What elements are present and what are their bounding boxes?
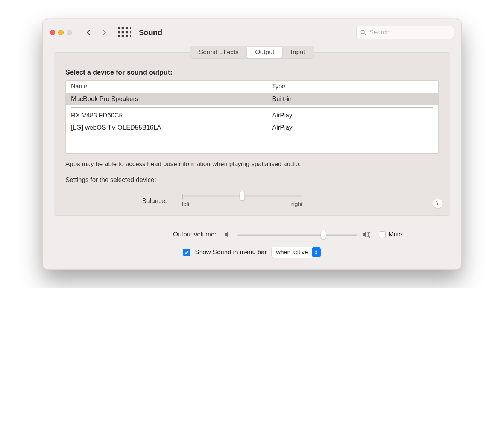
tab-input[interactable]: Input [282,47,313,58]
balance-sublabels: left right [182,201,302,207]
chevron-right-icon [101,29,107,35]
svg-line-13 [364,33,366,35]
help-button[interactable]: ? [433,198,443,209]
volume-low-icon [224,231,231,238]
output-volume-row: Output volume: [54,231,450,238]
show-in-menubar-checkbox[interactable] [183,249,190,256]
forward-button [98,26,110,38]
column-name[interactable]: Name [66,81,267,93]
mute-checkbox[interactable] [379,231,386,238]
window-controls [50,30,72,35]
balance-control: Balance: left right [65,195,439,207]
svg-rect-2 [126,27,128,29]
settings-heading: Settings for the selected device: [65,176,439,184]
svg-rect-5 [122,31,124,33]
back-button[interactable] [82,26,94,38]
tab-output[interactable]: Output [247,47,282,58]
svg-rect-3 [130,27,131,29]
device-type: AirPlay [267,122,438,134]
svg-rect-4 [118,31,120,33]
svg-rect-0 [118,27,120,29]
menubar-row: Show Sound in menu bar when active [54,247,450,258]
device-name: RX-V483 FD60C5 [66,110,267,122]
grid-icon [118,27,131,38]
toolbar: Sound [43,19,461,46]
menubar-mode-select[interactable]: when active [271,247,321,258]
content-panel: Sound Effects Output Input Select a devi… [54,52,450,216]
table-separator [71,107,433,108]
balance-label: Balance: [65,197,182,205]
svg-rect-1 [122,27,124,29]
device-name: [LG] webOS TV OLED55B16LA [66,122,267,134]
chevron-up-icon [314,250,318,252]
search-field[interactable] [356,26,454,39]
info-text: Apps may be able to access head pose inf… [65,160,439,168]
minimize-window-button[interactable] [58,30,64,35]
select-stepper[interactable] [312,247,321,257]
close-window-button[interactable] [50,30,55,35]
table-row[interactable]: [LG] webOS TV OLED55B16LA AirPlay [66,122,438,134]
balance-right-label: right [291,201,302,207]
bottom-controls: Output volume: [43,224,461,269]
show-in-menubar-label: Show Sound in menu bar [195,249,267,256]
chevron-left-icon [85,29,91,35]
balance-left-label: left [182,201,190,207]
preferences-window: Sound Sound Effects Output Input Select … [42,19,462,270]
svg-rect-7 [130,31,131,33]
zoom-window-button[interactable] [67,30,72,35]
svg-rect-6 [126,31,128,33]
table-body: MacBook Pro Speakers Built-in RX-V483 FD… [66,93,438,153]
search-icon [360,29,366,35]
device-table: Name Type MacBook Pro Speakers Built-in … [65,80,439,154]
balance-thumb[interactable] [240,191,245,201]
device-type: Built-in [267,93,438,105]
column-type[interactable]: Type [267,81,408,93]
mute-label: Mute [389,231,402,238]
device-name: MacBook Pro Speakers [66,93,267,105]
volume-thumb[interactable] [321,230,326,239]
volume-high-icon [362,231,371,238]
svg-rect-11 [130,35,131,37]
show-all-button[interactable] [118,26,131,38]
page-title: Sound [139,28,162,37]
balance-slider[interactable] [182,195,302,197]
svg-rect-10 [126,35,128,37]
device-type: AirPlay [267,110,438,122]
volume-label: Output volume: [102,231,219,238]
svg-rect-8 [118,35,120,37]
table-header: Name Type [66,81,438,93]
tab-sound-effects[interactable]: Sound Effects [191,47,247,58]
table-row[interactable]: MacBook Pro Speakers Built-in [66,93,438,105]
svg-rect-9 [122,35,124,37]
checkmark-icon [184,250,189,255]
table-row[interactable]: RX-V483 FD60C5 AirPlay [66,110,438,122]
section-heading: Select a device for sound output: [65,69,439,76]
chevron-down-icon [314,253,318,255]
mute-control[interactable]: Mute [379,231,402,238]
column-spacer [408,81,438,93]
volume-slider[interactable] [237,234,357,236]
menubar-mode-value: when active [276,249,308,256]
search-input[interactable] [369,29,450,36]
tab-bar: Sound Effects Output Input [190,46,314,59]
